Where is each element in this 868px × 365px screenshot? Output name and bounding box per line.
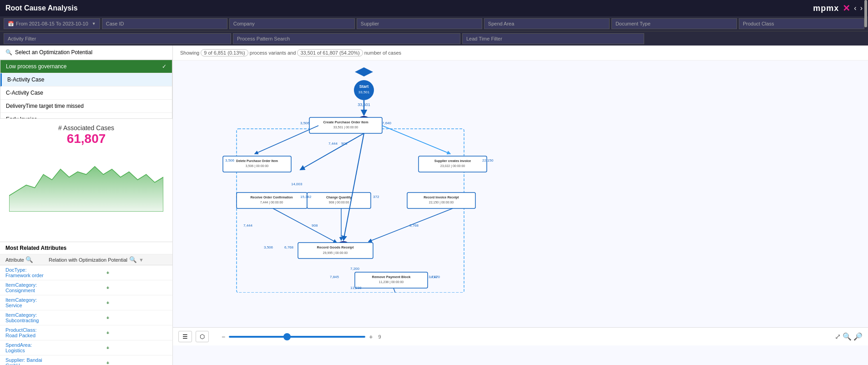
nav-prev-button[interactable]: ‹ xyxy=(854,4,856,12)
svg-text:Record Goods Receipt: Record Goods Receipt xyxy=(317,245,354,249)
attr-value-6: + xyxy=(49,360,167,365)
search-icon: 🔍 xyxy=(5,49,12,56)
zoom-slider[interactable] xyxy=(229,336,365,338)
svg-line-42 xyxy=(343,133,364,240)
attributes-list: DocType: Framework order+ItemCategory: C… xyxy=(0,265,172,365)
showing-after: number of cases xyxy=(364,50,401,56)
svg-text:29,995 | 00:00:00: 29,995 | 00:00:00 xyxy=(323,251,348,255)
right-panel: Showing 9 of 6,851 (0.13%) process varia… xyxy=(173,46,868,365)
attr-name-5[interactable]: SpendArea: Logistics xyxy=(5,342,49,353)
showing-variants-badge: 9 of 6,851 (0.13%) xyxy=(201,49,248,56)
optimization-list: Low process governance ✓ B-Activity Case… xyxy=(0,60,172,119)
supplier-label: Supplier xyxy=(361,21,379,26)
attr-name-1[interactable]: ItemCategory: Consignment xyxy=(5,282,49,293)
attr-value-5: + xyxy=(49,345,167,350)
zoom-in-button[interactable]: 🔍 xyxy=(843,332,852,341)
filter-row-2: Activity Filter Process Pattern Search L… xyxy=(0,31,868,46)
menu-button[interactable]: ☰ xyxy=(178,331,192,342)
app-title: Root Cause Analysis xyxy=(5,4,78,12)
svg-text:33,501: 33,501 xyxy=(358,90,370,94)
attr-name-4[interactable]: ProductClass: Road Packed xyxy=(5,327,49,338)
process-pattern-filter[interactable]: Process Pattern Search xyxy=(233,33,460,44)
start-node xyxy=(355,67,373,76)
attribute-col-header: Attribute 🔍 xyxy=(5,256,49,263)
opt-check-icon: ✓ xyxy=(162,63,167,70)
activity-filter-label: Activity Filter xyxy=(8,36,36,41)
svg-text:Start: Start xyxy=(359,84,369,89)
attr-row-1: ItemCategory: Consignment+ xyxy=(0,280,172,295)
attr-row-5: SpendArea: Logistics+ xyxy=(0,340,172,355)
attr-name-0[interactable]: DocType: Framework order xyxy=(5,267,49,278)
lead-time-filter[interactable]: Lead Time Filter xyxy=(462,33,644,44)
opt-item-c-activity[interactable]: C-Activity Case xyxy=(0,86,172,100)
opt-item-early-invoice[interactable]: Early Invoice xyxy=(0,113,172,119)
case-id-filter[interactable]: Case ID xyxy=(102,18,227,29)
svg-text:7,845: 7,845 xyxy=(330,275,339,279)
company-filter[interactable]: Company xyxy=(229,18,355,29)
activity-filter[interactable]: Activity Filter xyxy=(4,33,231,44)
svg-text:3,506: 3,506 xyxy=(225,158,235,162)
zoom-value-label: 9 xyxy=(378,334,381,340)
process-flow: Start 33,501 33,501 Create Purchase Orde… xyxy=(173,61,868,345)
relation-sort-icon: ▼ xyxy=(139,257,144,263)
attribute-search-button[interactable]: 🔍 xyxy=(25,256,33,263)
product-class-filter[interactable]: Product Class xyxy=(739,18,864,29)
opt-item-label-3: DeliveryTime target time missed xyxy=(6,103,84,109)
graph-button[interactable]: ⬡ xyxy=(196,331,209,342)
svg-text:Remove Payment Block: Remove Payment Block xyxy=(372,275,411,279)
attribute-col-label: Attribute xyxy=(5,257,24,263)
zoom-controls: ⤢ 🔍 🔎 xyxy=(835,332,863,341)
svg-text:6,768: 6,768 xyxy=(409,223,419,228)
opt-item-low-process[interactable]: Low process governance ✓ xyxy=(0,60,172,73)
svg-text:6,768: 6,768 xyxy=(284,245,294,249)
opt-item-label-2: C-Activity Case xyxy=(6,90,43,96)
attributes-table-header: Attribute 🔍 Relation with Optimization P… xyxy=(0,254,172,265)
svg-text:908: 908 xyxy=(312,223,318,228)
attr-row-4: ProductClass: Road Packed+ xyxy=(0,325,172,340)
svg-text:Record Invoice Receipt: Record Invoice Receipt xyxy=(424,196,459,199)
supplier-filter[interactable]: Supplier xyxy=(357,18,482,29)
menu-icon: ☰ xyxy=(182,333,188,340)
showing-middle: process variants and xyxy=(250,50,296,56)
svg-text:23,022 | 00:00:00: 23,022 | 00:00:00 xyxy=(440,164,465,168)
process-pattern-label: Process Pattern Search xyxy=(237,36,290,41)
chart-value: 61,807 xyxy=(0,132,172,146)
fit-screen-button[interactable]: ⤢ xyxy=(835,332,841,341)
opt-item-delivery[interactable]: DeliveryTime target time missed xyxy=(0,100,172,113)
svg-text:14,003: 14,003 xyxy=(291,182,303,186)
svg-text:Receive Order Confirmation: Receive Order Confirmation xyxy=(251,196,293,199)
attr-value-0: + xyxy=(49,270,167,275)
svg-text:33,501 | 00:00:00: 33,501 | 00:00:00 xyxy=(333,126,358,129)
spend-area-label: Spend Area xyxy=(488,21,515,26)
svg-text:Delete Purchase Order Item: Delete Purchase Order Item xyxy=(236,159,278,162)
attr-name-6[interactable]: Supplier: Bandai GmbH xyxy=(5,357,49,365)
attr-row-3: ItemCategory: Subcontracting+ xyxy=(0,310,172,325)
relation-search-button[interactable]: 🔍 xyxy=(129,256,137,263)
opt-item-label-0: Low process governance xyxy=(6,63,66,70)
case-id-label: Case ID xyxy=(106,21,124,26)
svg-text:7,444: 7,444 xyxy=(328,142,338,146)
document-type-filter[interactable]: Document Type xyxy=(611,18,737,29)
svg-text:908 | 00:00:00: 908 | 00:00:00 xyxy=(329,201,349,204)
main-content: 🔍 Select an Optimization Potential Low p… xyxy=(0,46,868,365)
date-filter[interactable]: 📅 From 2021-08-15 To 2023-10-10 ▼ xyxy=(4,18,100,29)
svg-text:Change Quantity: Change Quantity xyxy=(326,196,352,199)
nav-next-button[interactable]: › xyxy=(860,4,863,12)
attr-row-6: Supplier: Bandai GmbH+ xyxy=(0,355,172,365)
chart-title: # Associated Cases xyxy=(0,124,172,132)
spend-area-filter[interactable]: Spend Area xyxy=(484,18,610,29)
svg-text:908: 908 xyxy=(341,142,348,146)
relation-col-label: Relation with Optimization Potential xyxy=(49,257,127,263)
attr-name-3[interactable]: ItemCategory: Subcontracting xyxy=(5,312,49,323)
app-header: Root Cause Analysis mpmx ✕ ‹ › xyxy=(0,0,868,16)
svg-text:3,506: 3,506 xyxy=(300,121,310,125)
zoom-plus-label: + xyxy=(369,333,373,340)
zoom-out-button[interactable]: 🔎 xyxy=(853,332,863,341)
header-right: mpmx ✕ ‹ › xyxy=(813,3,863,14)
showing-cases-badge: 33,501 of 61,807 (54.20%) xyxy=(297,49,363,56)
attributes-section: Most Related Attributes Attribute 🔍 Rela… xyxy=(0,242,172,365)
mpmx-logo: mpmx xyxy=(813,4,839,13)
attr-name-2[interactable]: ItemCategory: Service xyxy=(5,297,49,308)
opt-item-b-activity[interactable]: B-Activity Case xyxy=(0,73,172,86)
chart-panel: # Associated Cases 61,807 xyxy=(0,119,172,242)
